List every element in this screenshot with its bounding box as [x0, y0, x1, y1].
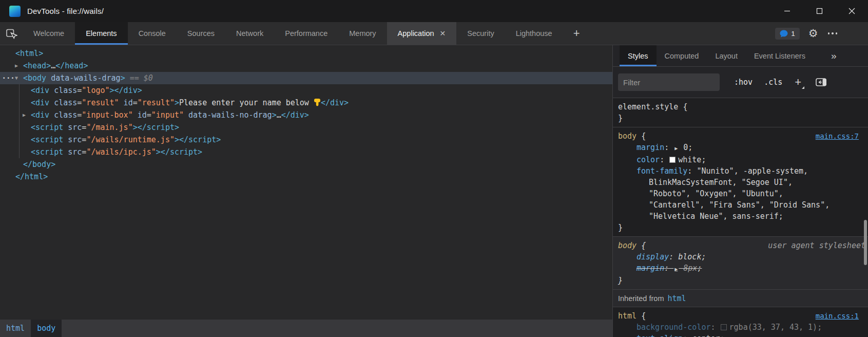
- elements-panel: <html>▶<head>…</head>•••▼<body data-wail…: [0, 45, 613, 337]
- inherited-node-link[interactable]: html: [667, 294, 686, 303]
- scrollbar-thumb[interactable]: [864, 220, 867, 265]
- rule-closing-brace: }: [618, 222, 868, 233]
- close-button[interactable]: [836, 0, 868, 22]
- sidebar-tab-bar: StylesComputedLayoutEvent Listeners »: [613, 45, 868, 67]
- css-property[interactable]: text-align: center;: [618, 333, 868, 337]
- inspect-element-icon[interactable]: [0, 22, 23, 45]
- rule-selector[interactable]: body: [618, 132, 636, 141]
- css-property[interactable]: display: block;: [618, 251, 868, 263]
- more-tools-plus-icon[interactable]: +: [563, 22, 590, 45]
- property-name: font-family: [636, 166, 687, 176]
- minimize-button[interactable]: [771, 0, 803, 22]
- css-property[interactable]: margin: ▶ 8px;: [618, 263, 868, 275]
- rule-selector[interactable]: element.style: [618, 102, 678, 111]
- tab-elements[interactable]: Elements: [75, 22, 127, 45]
- dom-tree-node[interactable]: </html>: [0, 171, 612, 183]
- dom-tree-node[interactable]: </body>: [0, 158, 612, 171]
- titlebar: DevTools - file://wails/: [0, 0, 868, 22]
- dom-tree-node[interactable]: <div class="logo"></div>: [0, 84, 612, 97]
- styles-sidebar: StylesComputedLayoutEvent Listeners » :h…: [613, 45, 868, 337]
- sidebar-tab-event-listeners[interactable]: Event Listeners: [746, 45, 814, 66]
- property-value-continuation: BlinkMacSystemFont, "Segoe UI",: [618, 177, 868, 188]
- more-menu-icon[interactable]: [827, 30, 839, 36]
- expander-closed-icon[interactable]: ▶: [23, 109, 26, 121]
- property-name: margin: [636, 143, 664, 152]
- tab-lighthouse[interactable]: Lighthouse: [505, 22, 563, 45]
- expand-value-icon[interactable]: ▶: [673, 266, 679, 272]
- dom-tree-node[interactable]: •••▼<body data-wails-drag> == $0: [0, 72, 612, 84]
- tab-label: Lighthouse: [516, 29, 552, 38]
- stylesheet-link[interactable]: main.css:7: [816, 130, 859, 142]
- dom-tree-node[interactable]: ▶<div class="input-box" id="input" data-…: [0, 109, 612, 121]
- property-name: margin: [636, 264, 664, 273]
- more-tabs-chevron-icon[interactable]: »: [827, 45, 841, 66]
- tab-performance[interactable]: Performance: [274, 22, 338, 45]
- tab-sources[interactable]: Sources: [177, 22, 225, 45]
- expand-value-icon[interactable]: ▶: [673, 145, 679, 151]
- tab-label: Security: [467, 29, 494, 38]
- inherited-from-header: Inherited fromhtml: [613, 290, 868, 307]
- color-swatch[interactable]: [721, 324, 727, 330]
- expander-closed-icon[interactable]: ▶: [15, 60, 18, 72]
- css-property[interactable]: color: white;: [618, 154, 868, 165]
- sidebar-tab-layout[interactable]: Layout: [707, 45, 746, 66]
- toggle-sidebar-icon[interactable]: [816, 78, 826, 86]
- css-property[interactable]: background-color: rgba(33, 37, 43, 1);: [618, 322, 868, 333]
- property-value: block: [678, 252, 701, 261]
- property-name: text-align: [636, 334, 683, 337]
- close-tab-icon[interactable]: ✕: [440, 30, 446, 37]
- css-property[interactable]: font-family: "Nunito", -apple-system,: [618, 165, 868, 177]
- tab-label: Welcome: [33, 29, 64, 38]
- tab-label: Console: [139, 29, 166, 38]
- dom-tree-node[interactable]: <html>: [0, 47, 612, 60]
- edge-devtools-logo-icon: [9, 6, 21, 17]
- element-classes-button[interactable]: .cls: [764, 78, 782, 87]
- styles-filter-input[interactable]: [618, 73, 720, 91]
- breadcrumb-body[interactable]: body: [31, 320, 62, 337]
- dom-tree-node[interactable]: <div class="result" id="result">Please e…: [0, 97, 612, 109]
- tab-security[interactable]: Security: [456, 22, 505, 45]
- feedback-badge[interactable]: 1: [775, 28, 800, 40]
- tab-label: Sources: [187, 29, 215, 38]
- main-tab-bar: WelcomeElementsConsoleSourcesNetworkPerf…: [0, 22, 868, 45]
- content-area: <html>▶<head>…</head>•••▼<body data-wail…: [0, 45, 868, 337]
- property-value: "Nunito", -apple-system,: [697, 166, 808, 176]
- property-value-continuation: "Roboto", "Oxygen", "Ubuntu",: [618, 188, 868, 199]
- rule-selector[interactable]: html: [618, 311, 636, 321]
- rule-closing-brace: }: [618, 275, 868, 286]
- window-controls: [771, 0, 868, 22]
- tab-label: Memory: [349, 29, 376, 38]
- rule-selector[interactable]: body: [618, 241, 636, 250]
- property-name: display: [636, 252, 669, 261]
- styles-filter-toolbar: :hov .cls +: [613, 67, 868, 98]
- expander-open-icon[interactable]: ▼: [15, 72, 18, 84]
- dom-tree-node[interactable]: <script src="/wails/runtime.js"></script…: [0, 134, 612, 146]
- tab-welcome[interactable]: Welcome: [23, 22, 75, 45]
- stylesheet-link[interactable]: main.css:1: [816, 310, 859, 322]
- settings-gear-icon[interactable]: ⚙: [808, 28, 818, 39]
- color-swatch[interactable]: [669, 157, 676, 163]
- user-agent-note: user agent stylesheet: [768, 240, 865, 251]
- panel-tabs: WelcomeElementsConsoleSourcesNetworkPerf…: [23, 22, 563, 45]
- inherited-from-label: Inherited from: [618, 294, 664, 303]
- property-value: white: [678, 155, 701, 164]
- css-property[interactable]: margin: ▶ 0;: [618, 142, 868, 154]
- tab-memory[interactable]: Memory: [338, 22, 387, 45]
- tab-network[interactable]: Network: [225, 22, 274, 45]
- maximize-button[interactable]: [803, 0, 836, 22]
- dom-tree-node[interactable]: <script src="/main.js"></script>: [0, 121, 612, 134]
- feedback-count: 1: [791, 30, 795, 38]
- property-value-continuation: "Helvetica Neue", sans-serif;: [618, 211, 868, 222]
- node-actions-dots-icon[interactable]: •••: [3, 72, 15, 84]
- dom-tree-node[interactable]: <script src="/wails/ipc.js"></script>: [0, 146, 612, 158]
- rule-selector-line: element.style {: [618, 101, 868, 113]
- property-name: background-color: [636, 323, 711, 332]
- breadcrumb-html[interactable]: html: [0, 320, 31, 337]
- sidebar-tab-styles[interactable]: Styles: [620, 45, 657, 66]
- tab-console[interactable]: Console: [128, 22, 177, 45]
- new-style-rule-plus-icon[interactable]: +: [795, 77, 804, 88]
- tab-application[interactable]: Application✕: [387, 22, 457, 45]
- toggle-element-state-button[interactable]: :hov: [734, 78, 753, 87]
- sidebar-tab-computed[interactable]: Computed: [657, 45, 707, 66]
- dom-tree-node[interactable]: ▶<head>…</head>: [0, 60, 612, 72]
